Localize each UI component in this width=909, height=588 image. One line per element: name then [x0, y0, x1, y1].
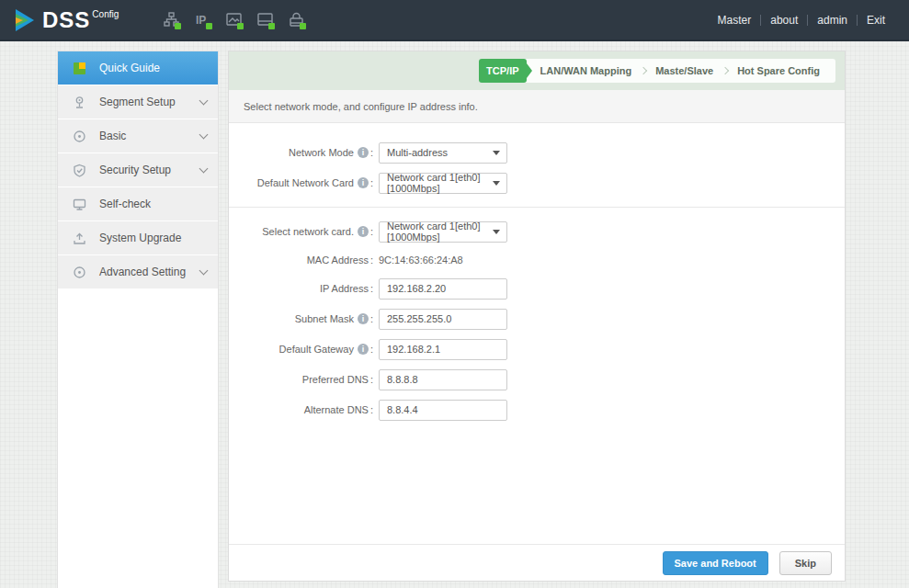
shield-icon [73, 164, 86, 177]
monitor-icon [73, 198, 86, 211]
tab-separator-icon [722, 67, 729, 74]
default-network-card-label: Default Network Card i [229, 177, 373, 188]
preferred-dns-input[interactable] [379, 369, 507, 390]
sitemap-status-icon[interactable] [163, 11, 180, 28]
ip-address-input[interactable] [379, 278, 507, 300]
network-mode-select[interactable]: Multi-address [379, 142, 507, 164]
header-status-icons: IP [163, 11, 305, 28]
mac-address-label: MAC Address [229, 254, 373, 266]
skip-button[interactable]: Skip [779, 551, 832, 575]
instruction-text: Select network mode, and configure IP ad… [244, 101, 478, 112]
select-network-card-row: Select network card. i Network card 1[et… [229, 220, 845, 243]
upload-icon [73, 232, 86, 245]
status-dot [237, 23, 244, 29]
network-mode-value: Multi-address [387, 147, 448, 158]
sidebar-item-advanced-setting[interactable]: Advanced Setting [58, 255, 218, 288]
sidebar: Quick Guide Segment Setup Basic [57, 51, 219, 588]
sidebar-item-segment-setup[interactable]: Segment Setup [58, 85, 218, 119]
chevron-down-icon [199, 164, 209, 173]
picture-status-icon[interactable] [225, 11, 243, 28]
tab-tcpip[interactable]: TCP/IP [479, 59, 526, 83]
content-panel: TCP/IP LAN/WAN Mapping Maste/Slave Hot S… [228, 51, 846, 582]
network-form: Network Mode i Multi-address Default Net… [229, 123, 845, 544]
master-link[interactable]: Master [709, 14, 761, 27]
sidebar-item-label: Quick Guide [99, 62, 160, 74]
default-gateway-label: Default Gateway i [229, 344, 373, 355]
display-status-icon[interactable] [256, 11, 274, 28]
default-network-card-value: Network card 1[eth0] [1000Mbps] [387, 172, 499, 194]
subnet-mask-label: Subnet Mask i [229, 313, 373, 324]
mac-address-value: 9C:14:63:66:24:A8 [379, 254, 463, 266]
admin-link[interactable]: admin [808, 14, 857, 27]
ip-address-label: IP Address [229, 283, 373, 294]
caret-down-icon [493, 181, 500, 186]
mac-address-row: MAC Address 9C:14:63:66:24:A8 [229, 251, 845, 269]
info-icon[interactable]: i [358, 344, 369, 355]
quick-guide-icon [73, 62, 86, 75]
alternate-dns-row: Alternate DNS [229, 399, 845, 421]
status-dot [300, 23, 306, 29]
info-icon[interactable]: i [358, 147, 369, 158]
tab-separator-icon [640, 67, 647, 74]
advanced-setting-icon [73, 266, 86, 279]
sidebar-item-basic[interactable]: Basic [58, 119, 218, 153]
tab-band: TCP/IP LAN/WAN Mapping Maste/Slave Hot S… [229, 51, 845, 90]
select-network-card-value: Network card 1[eth0] [1000Mbps] [387, 220, 499, 243]
chevron-down-icon [199, 266, 209, 275]
svg-text:IP: IP [196, 14, 206, 27]
sidebar-item-label: System Upgrade [99, 232, 181, 244]
preferred-dns-row: Preferred DNS [229, 368, 845, 390]
caret-down-icon [493, 230, 500, 234]
sidebar-item-label: Security Setup [99, 164, 171, 176]
ip-status-icon[interactable]: IP [194, 11, 211, 28]
status-dot [206, 23, 212, 29]
info-icon[interactable]: i [358, 177, 369, 188]
footer-action-bar: Save and Reboot Skip [229, 544, 845, 581]
alternate-dns-input[interactable] [379, 400, 507, 421]
select-network-card-select[interactable]: Network card 1[eth0] [1000Mbps] [379, 221, 507, 243]
sidebar-item-security-setup[interactable]: Security Setup [58, 153, 218, 187]
app-logo: DSS Config [0, 6, 119, 34]
default-gateway-row: Default Gateway i [229, 338, 845, 360]
lock-status-icon[interactable] [288, 11, 305, 28]
dss-logo-icon [13, 8, 37, 32]
sidebar-item-label: Segment Setup [99, 96, 176, 108]
save-and-reboot-button[interactable]: Save and Reboot [663, 551, 768, 575]
tab-lan-wan-mapping[interactable]: LAN/WAN Mapping [532, 59, 641, 83]
preferred-dns-label: Preferred DNS [229, 374, 373, 385]
alternate-dns-label: Alternate DNS [229, 404, 373, 415]
default-gateway-input[interactable] [379, 339, 507, 360]
exit-link[interactable]: Exit [858, 14, 894, 27]
logo-superscript: Config [92, 9, 119, 19]
info-icon[interactable]: i [358, 313, 369, 324]
sidebar-item-self-check[interactable]: Self-check [58, 187, 218, 220]
info-icon[interactable]: i [358, 226, 369, 237]
tab-bar: TCP/IP LAN/WAN Mapping Maste/Slave Hot S… [479, 59, 835, 83]
top-header: DSS Config IP [0, 0, 909, 41]
tab-hot-spare-config[interactable]: Hot Spare Config [729, 59, 828, 83]
network-mode-row: Network Mode i Multi-address [229, 141, 845, 164]
sidebar-item-quick-guide[interactable]: Quick Guide [58, 51, 218, 85]
basic-icon [73, 130, 86, 143]
network-mode-label: Network Mode i [229, 147, 373, 158]
chevron-down-icon [199, 130, 209, 139]
sidebar-item-label: Basic [99, 130, 126, 142]
about-link[interactable]: about [761, 14, 807, 27]
instruction-bar: Select network mode, and configure IP ad… [229, 90, 845, 123]
subnet-mask-input[interactable] [379, 309, 507, 330]
chevron-down-icon [199, 96, 209, 105]
default-network-card-select[interactable]: Network card 1[eth0] [1000Mbps] [379, 173, 507, 194]
sidebar-item-label: Self-check [99, 198, 151, 210]
subnet-mask-row: Subnet Mask i [229, 308, 845, 330]
segment-setup-icon [73, 96, 86, 109]
status-dot [268, 23, 275, 29]
caret-down-icon [493, 151, 500, 155]
select-network-card-label: Select network card. i [229, 226, 373, 237]
tab-master-slave[interactable]: Maste/Slave [647, 59, 722, 83]
default-network-card-row: Default Network Card i Network card 1[et… [229, 172, 845, 194]
ip-address-row: IP Address [229, 277, 845, 300]
header-links: Master about admin Exit [709, 14, 909, 27]
sidebar-item-system-upgrade[interactable]: System Upgrade [58, 221, 218, 254]
status-dot [175, 23, 181, 29]
logo-text: DSS [42, 6, 90, 34]
